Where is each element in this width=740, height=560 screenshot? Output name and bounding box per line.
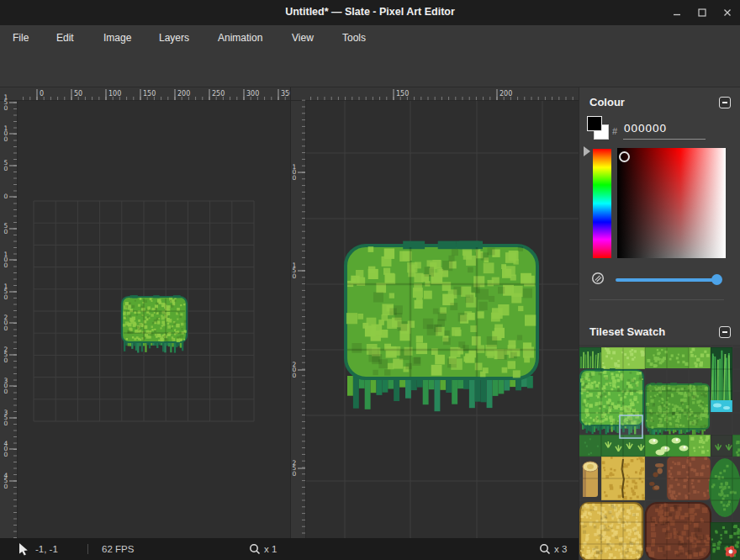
app-window: Untitled* — Slate - Pixel Art Editor Fil…	[0, 0, 740, 560]
maximize-button[interactable]	[690, 0, 715, 25]
svg-text:0: 0	[4, 388, 8, 395]
svg-text:0: 0	[40, 90, 44, 98]
svg-text:0: 0	[4, 293, 8, 301]
zoom-icon-pane2	[539, 543, 551, 555]
minus-icon	[722, 102, 727, 103]
svg-text:0: 0	[4, 357, 8, 364]
svg-text:100: 100	[108, 90, 121, 98]
svg-text:0: 0	[4, 420, 8, 427]
svg-text:0: 0	[4, 135, 8, 143]
menu-item-view[interactable]: View	[288, 25, 317, 50]
svg-text:0: 0	[4, 483, 8, 490]
window-controls	[664, 0, 740, 25]
colour-panel-title: Colour	[589, 96, 625, 108]
window-title: Untitled* — Slate - Pixel Art Editor	[285, 6, 455, 18]
menu-item-image[interactable]: Image	[100, 25, 135, 50]
svg-text:300: 300	[246, 90, 259, 98]
status-divider	[87, 544, 88, 554]
svg-text:0: 0	[293, 272, 297, 280]
cursor-pointer-icon	[18, 543, 29, 555]
saturation-lightness-picker[interactable]	[617, 148, 726, 258]
minimize-button[interactable]	[664, 0, 690, 25]
statusbar: -1, -1 62 FPS x 1 x 3	[0, 538, 579, 560]
svg-text:0: 0	[4, 104, 8, 112]
svg-text:350: 350	[281, 90, 290, 98]
maximize-icon	[698, 8, 706, 17]
close-icon	[723, 8, 732, 17]
svg-text:0: 0	[4, 193, 8, 200]
svg-text:50: 50	[74, 90, 82, 98]
panel-divider	[589, 299, 724, 300]
opacity-icon	[591, 272, 605, 288]
svg-text:0: 0	[4, 325, 8, 332]
close-button[interactable]	[715, 0, 740, 25]
hex-colour-input[interactable]: 000000	[624, 122, 705, 135]
svg-text:0: 0	[4, 228, 8, 235]
menu-item-tools[interactable]: Tools	[339, 25, 369, 50]
colour-collapse-button[interactable]	[719, 97, 731, 108]
tileset-selected-tile[interactable]	[620, 415, 642, 438]
menubar: FileEditImageLayersAnimationViewTools	[0, 25, 740, 50]
svg-text:200: 200	[177, 90, 190, 98]
svg-text:200: 200	[500, 90, 512, 98]
hue-slider[interactable]	[593, 149, 611, 258]
titlebar: Untitled* — Slate - Pixel Art Editor	[0, 0, 740, 25]
zoom-level-pane2: x 3	[554, 538, 567, 560]
zoom-level-pane1: x 1	[264, 538, 277, 560]
menu-item-file[interactable]: File	[9, 25, 32, 50]
menu-item-edit[interactable]: Edit	[53, 25, 77, 50]
zoom-icon-pane1	[249, 543, 261, 555]
svg-text:0: 0	[293, 174, 297, 182]
menu-item-layers[interactable]: Layers	[156, 25, 193, 50]
svg-text:150: 150	[396, 90, 409, 98]
hex-prefix-label: #	[612, 126, 617, 136]
hue-marker-icon	[584, 146, 590, 156]
svg-text:0: 0	[293, 372, 297, 379]
tileset-swatch-grid[interactable]	[579, 345, 740, 560]
canvas-pane-1[interactable]: 0501001502002503003501501005005010015020…	[0, 87, 290, 538]
hex-input-underline	[623, 139, 706, 140]
svg-text:0: 0	[293, 470, 297, 478]
sv-marker-icon	[619, 151, 630, 162]
svg-text:0: 0	[4, 262, 8, 269]
menu-item-animation[interactable]: Animation	[214, 25, 266, 50]
opacity-slider[interactable]	[616, 278, 720, 282]
minimize-icon	[673, 8, 681, 17]
tileset-collapse-button[interactable]	[719, 326, 731, 338]
fps-counter: 62 FPS	[102, 538, 134, 560]
canvas-pane-2[interactable]: 150200100150200250	[290, 87, 579, 538]
side-panel: Colour # 000000 Tileset Swatch	[579, 87, 740, 560]
toolbar	[0, 50, 740, 87]
opacity-slider-handle[interactable]	[711, 274, 722, 285]
foreground-colour-swatch[interactable]	[587, 116, 602, 131]
svg-text:250: 250	[212, 90, 225, 98]
cursor-coordinates: -1, -1	[35, 538, 58, 560]
svg-text:0: 0	[4, 451, 8, 458]
tileset-panel-title: Tileset Swatch	[589, 325, 665, 338]
minus-icon	[722, 331, 727, 333]
svg-text:0: 0	[4, 165, 8, 172]
svg-text:150: 150	[143, 90, 156, 98]
